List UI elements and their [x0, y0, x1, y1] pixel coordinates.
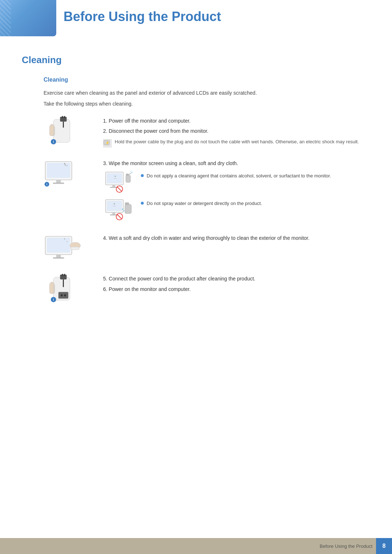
- section-title: Cleaning: [22, 54, 370, 66]
- step-1-text: 1. Power off the monitor and computer.: [103, 117, 370, 125]
- svg-rect-58: [60, 275, 66, 280]
- svg-rect-49: [53, 257, 64, 259]
- svg-rect-40: [125, 205, 131, 214]
- svg-text:✦: ✦: [64, 162, 66, 165]
- svg-rect-41: [125, 202, 129, 205]
- page-footer: Before Using the Product 8: [0, 538, 392, 554]
- svg-line-45: [117, 214, 122, 219]
- svg-rect-15: [53, 182, 64, 184]
- step-5-6-row: i 5. Connect the power cord to the produ…: [44, 273, 370, 307]
- sub-section: Cleaning Exercise care when cleaning as …: [22, 77, 370, 307]
- bullet-dot-2: [141, 202, 144, 205]
- step-5-text: 5. Connect the power cord to the product…: [103, 275, 370, 283]
- svg-text:i: i: [53, 140, 54, 144]
- svg-rect-3: [49, 125, 53, 136]
- svg-point-64: [64, 294, 66, 296]
- svg-rect-27: [126, 175, 130, 182]
- svg-rect-28: [126, 174, 129, 176]
- bullet-note-2-row: Do not spray water or detergent directly…: [103, 198, 370, 222]
- svg-text:i: i: [53, 298, 54, 302]
- step-3-row: ✦ ✦ i 3. Wipe the monitor screen using a…: [44, 158, 370, 224]
- bullet-note-1-row: Do not apply a cleaning agent that conta…: [103, 170, 370, 195]
- monitor-wet-illustration: ✦ ✦: [44, 233, 83, 263]
- svg-point-43: [123, 210, 124, 212]
- monitor-wet-cloth-image: ✦ ✦: [44, 233, 94, 264]
- no-spray-image: [103, 198, 136, 222]
- svg-text:✦: ✦: [64, 237, 66, 241]
- step-3-content: 3. Wipe the monitor screen using a clean…: [103, 158, 370, 224]
- svg-rect-25: [112, 185, 115, 187]
- monitor-wipe-illustration: ✦ ✦ i: [44, 158, 83, 189]
- step-1-2-text: 1. Power off the monitor and computer. 2…: [103, 115, 370, 149]
- svg-rect-4: [60, 116, 66, 122]
- no-cleaner-image: [103, 170, 136, 195]
- header-accent-pattern: [0, 0, 11, 36]
- caution-icon: ⚡: [103, 139, 111, 147]
- warning-text-1: Hold the power cable by the plug and do …: [115, 138, 359, 145]
- svg-text:✦: ✦: [66, 165, 68, 167]
- svg-rect-60: [64, 274, 65, 276]
- step-4-text-p: 4. Wet a soft and dry cloth in water and…: [103, 234, 370, 242]
- svg-point-31: [130, 171, 131, 172]
- step-5-6-text: 5. Connect the power cord to the product…: [103, 273, 370, 295]
- header-blue-bar: [0, 0, 56, 36]
- svg-line-29: [129, 173, 131, 175]
- plug-connect-illustration: i: [44, 273, 80, 306]
- svg-point-42: [122, 208, 123, 210]
- svg-point-30: [131, 172, 133, 173]
- bullet-note-2-content: Do not spray water or detergent directly…: [141, 198, 370, 207]
- svg-text:✦: ✦: [66, 241, 68, 243]
- monitor-wipe-image: ✦ ✦ i: [44, 158, 94, 190]
- no-cleaner-illustration: [105, 170, 134, 195]
- page-title: Before Using the Product: [64, 9, 221, 24]
- svg-point-23: [115, 176, 116, 177]
- step-1-2-row: i 1. Power off the monitor and computer.…: [44, 115, 370, 149]
- plug-image: i: [44, 115, 94, 149]
- svg-text:⚡: ⚡: [105, 140, 110, 145]
- bullet-text-2: Do not spray water or detergent directly…: [147, 200, 262, 207]
- bullet-note-1-content: Do not apply a cleaning agent that conta…: [141, 170, 370, 180]
- svg-rect-51: [71, 247, 79, 250]
- svg-point-36: [114, 203, 115, 205]
- bullet-text-1: Do not apply a cleaning agent that conta…: [147, 172, 331, 180]
- svg-rect-5: [62, 116, 63, 118]
- svg-rect-38: [112, 213, 115, 215]
- svg-rect-6: [64, 116, 65, 118]
- svg-line-33: [117, 187, 122, 191]
- no-spray-illustration: [105, 198, 134, 222]
- svg-rect-0: [53, 119, 70, 143]
- step-6-text: 6. Power on the monitor and computer.: [103, 285, 370, 293]
- step-3-text: 3. Wipe the monitor screen using a clean…: [103, 159, 370, 167]
- intro-text-1: Exercise care when cleaning as the panel…: [44, 89, 370, 97]
- svg-rect-57: [49, 283, 53, 294]
- main-content: Cleaning Cleaning Exercise care when cle…: [0, 40, 392, 345]
- svg-point-63: [61, 294, 62, 296]
- bullet-dot-1: [141, 174, 144, 177]
- step-4-text: 4. Wet a soft and dry cloth in water and…: [103, 233, 370, 244]
- svg-text:i: i: [46, 183, 47, 186]
- svg-rect-47: [47, 238, 70, 253]
- warning-icon: ⚡: [103, 139, 112, 148]
- plug-illustration: i: [44, 115, 80, 148]
- page-number-badge: 8: [376, 538, 392, 554]
- steps-area: i 1. Power off the monitor and computer.…: [44, 115, 370, 307]
- footer-label: Before Using the Product: [320, 543, 376, 549]
- page-header: Before Using the Product: [0, 0, 392, 40]
- plug-connect-image: i: [44, 273, 94, 307]
- page-number: 8: [383, 543, 386, 549]
- warning-box-1: ⚡ Hold the power cable by the plug and d…: [103, 138, 370, 148]
- sub-section-title: Cleaning: [44, 77, 370, 83]
- svg-rect-62: [58, 292, 68, 299]
- intro-text-2: Take the following steps when cleaning.: [44, 100, 370, 108]
- step-4-row: ✦ ✦ 4. Wet a soft and dry cloth in water…: [44, 233, 370, 264]
- svg-rect-59: [62, 274, 63, 276]
- step-2-text: 2. Disconnect the power cord from the mo…: [103, 127, 370, 135]
